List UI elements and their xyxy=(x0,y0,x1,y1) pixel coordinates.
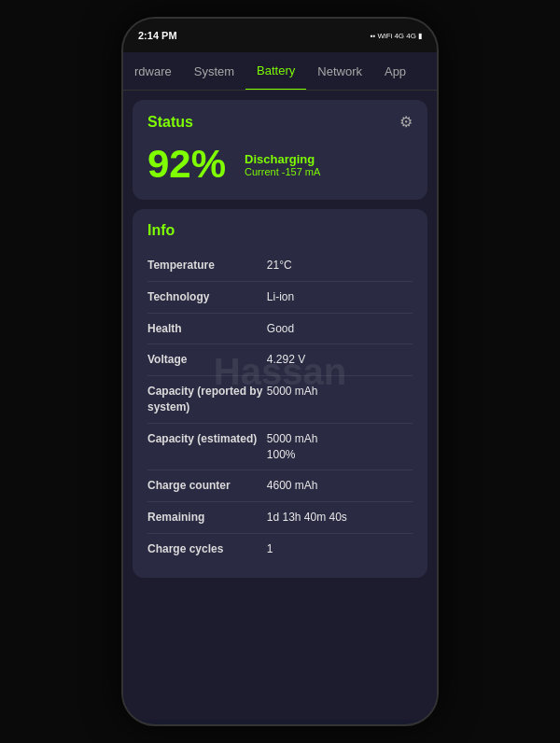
tab-app[interactable]: App xyxy=(373,53,417,90)
status-card-header: Status ⚙ xyxy=(147,113,413,131)
info-card-title: Info xyxy=(147,222,175,239)
tab-network[interactable]: Network xyxy=(306,53,373,90)
info-label: Capacity (estimated) xyxy=(147,431,267,447)
info-row: HealthGood xyxy=(147,314,413,345)
info-table: Temperature21°CTechnologyLi-ionHealthGoo… xyxy=(147,250,413,565)
tab-battery[interactable]: Battery xyxy=(245,52,306,91)
battery-percentage: 92% xyxy=(147,142,226,187)
charging-status: Discharging xyxy=(245,152,320,166)
status-card: Status ⚙ 92% Discharging Current -157 mA xyxy=(133,100,427,200)
info-row: Remaining1d 13h 40m 40s xyxy=(147,502,413,534)
info-value: 21°C xyxy=(267,258,413,273)
info-value: 1d 13h 40m 40s xyxy=(267,510,413,526)
info-label: Health xyxy=(147,321,267,337)
tab-system[interactable]: System xyxy=(183,53,245,90)
info-label: Charge counter xyxy=(147,478,267,494)
info-card: Info Temperature21°CTechnologyLi-ionHeal… xyxy=(133,209,427,578)
info-row: Voltage4.292 V xyxy=(147,344,413,376)
info-value: Good xyxy=(267,321,413,337)
status-card-title: Status xyxy=(147,114,193,131)
main-content: Status ⚙ 92% Discharging Current -157 mA… xyxy=(123,91,437,720)
info-label: Temperature xyxy=(147,258,267,273)
status-time: 2:14 PM xyxy=(138,30,177,41)
info-value: 5000 mAh xyxy=(267,384,413,400)
info-label: Remaining xyxy=(147,510,267,526)
info-value: 1 xyxy=(267,541,413,557)
network-icon: 4G 4G xyxy=(394,32,416,40)
info-row: Temperature21°C xyxy=(147,250,413,282)
info-label: Capacity (reported by system) xyxy=(147,384,267,415)
battery-icon: ▮ xyxy=(418,32,422,40)
info-row: Charge cycles1 xyxy=(147,534,413,565)
info-value: 4600 mAh xyxy=(267,478,413,494)
info-row: Charge counter4600 mAh xyxy=(147,470,413,502)
status-bar: 2:14 PM ▪▪ WiFi 4G 4G ▮ xyxy=(123,19,437,52)
tab-hardware[interactable]: rdware xyxy=(123,53,183,90)
info-label: Technology xyxy=(147,289,267,305)
signal-icon: ▪▪ xyxy=(371,32,376,40)
charging-detail: Discharging Current -157 mA xyxy=(245,152,320,177)
current-value: Current -157 mA xyxy=(245,166,320,177)
wifi-icon: WiFi xyxy=(377,32,392,40)
info-label: Voltage xyxy=(147,352,267,368)
phone-container: 2:14 PM ▪▪ WiFi 4G 4G ▮ rdware System Ba… xyxy=(121,17,439,726)
status-content: 92% Discharging Current -157 mA xyxy=(147,142,413,187)
info-value: 4.292 V xyxy=(267,352,413,368)
navigation-tabs: rdware System Battery Network App xyxy=(123,52,437,91)
status-icons: ▪▪ WiFi 4G 4G ▮ xyxy=(371,32,422,40)
info-value: Li-ion xyxy=(267,289,413,305)
info-card-header: Info xyxy=(147,222,413,239)
info-value: 5000 mAh 100% xyxy=(267,431,413,463)
info-label: Charge cycles xyxy=(147,541,267,557)
info-row: Capacity (reported by system)5000 mAh xyxy=(147,376,413,424)
info-row: TechnologyLi-ion xyxy=(147,282,413,314)
camera-notch xyxy=(271,26,289,45)
info-row: Capacity (estimated)5000 mAh 100% xyxy=(147,424,413,471)
settings-gear-icon[interactable]: ⚙ xyxy=(399,113,413,131)
